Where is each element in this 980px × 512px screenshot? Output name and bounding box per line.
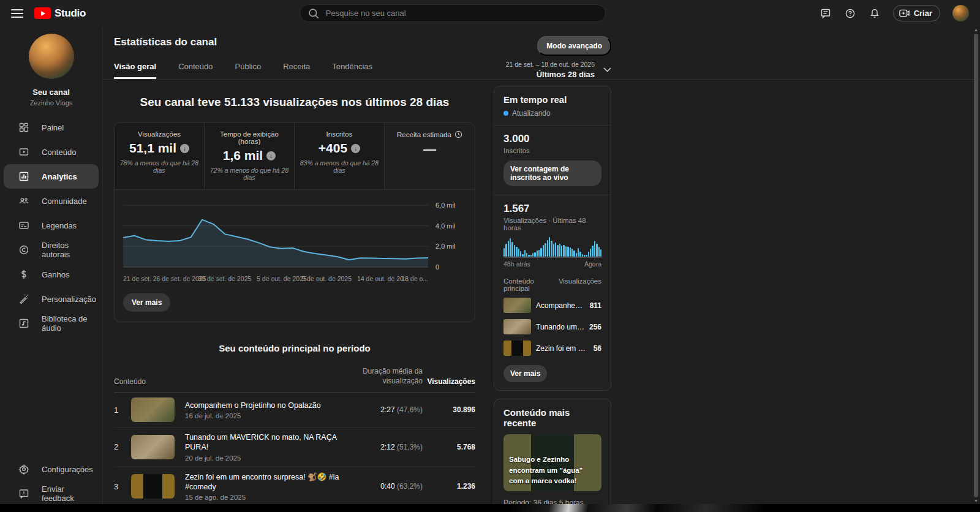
col-visualizacoes: Visualizações	[423, 377, 475, 386]
subtitles-icon	[18, 220, 29, 231]
tab-conteudo[interactable]: Conteúdo	[178, 62, 213, 79]
community-icon	[18, 195, 29, 206]
realtime-video-row[interactable]: Tunando um MAVERICK no... 256	[503, 316, 601, 337]
latest-title: Conteúdo mais recente	[503, 407, 601, 428]
create-button[interactable]: Criar	[893, 5, 940, 21]
sidebar-item-legendas[interactable]: Legendas	[4, 213, 99, 238]
date-range-selector[interactable]: 21 de set. – 18 de out. de 2025 Últimos …	[506, 61, 611, 79]
logo-text: Studio	[55, 7, 86, 20]
menu-icon[interactable]	[11, 9, 23, 18]
page-title: Estatísticas do canal	[114, 36, 611, 48]
scrollbar-thumb[interactable]	[974, 34, 978, 497]
realtime-video-row[interactable]: Acompanhem o Projetinho... 811	[503, 295, 601, 316]
chart-x-axis: 21 de set. ...26 de set. de 202530 de se…	[123, 275, 428, 285]
chevron-down-icon	[603, 67, 611, 72]
live-dot-icon	[503, 111, 508, 116]
realtime-card: Em tempo real Atualizando 3.000 Inscrito…	[494, 86, 611, 391]
advanced-mode-button[interactable]: Modo avançado	[537, 36, 611, 56]
date-preset-text: Últimos 28 dias	[506, 70, 595, 79]
chart-y-axis: 02,0 mil4,0 mil6,0 mil	[428, 198, 466, 271]
latest-video-title: Sabugo e Zezinho encontram um "água" com…	[503, 450, 601, 491]
customization-icon	[18, 293, 29, 304]
channel-name: Seu canal	[32, 88, 70, 97]
search-bar[interactable]	[300, 4, 606, 22]
realtime-title: Em tempo real	[503, 94, 601, 105]
tab-visao-geral[interactable]: Visão geral	[114, 62, 156, 79]
tab-tendencias[interactable]: Tendências	[332, 62, 372, 79]
top-content-table: Conteúdo Duração média davisualização Vi…	[114, 367, 475, 512]
search-input[interactable]	[326, 9, 598, 18]
tab-receita[interactable]: Receita	[283, 62, 310, 79]
sidebar-item-ganhos[interactable]: Ganhos	[4, 262, 99, 287]
scroll-down-icon[interactable]: ▼	[973, 499, 979, 503]
sidebar-item-direitos-autorais[interactable]: Direitos autorais	[4, 238, 99, 262]
earn-icon	[18, 269, 29, 280]
top-content-title: Seu conteúdo principal no período	[114, 343, 475, 353]
pending-clock-icon	[454, 130, 462, 138]
realtime-see-more-button[interactable]: Ver mais	[503, 365, 547, 382]
realtime-bar-chart	[503, 237, 601, 258]
trend-down-icon: ↓	[180, 144, 189, 153]
sidebar-item-configuracoes[interactable]: Configurações	[4, 457, 99, 481]
col-duracao: Duração média davisualização	[349, 367, 423, 386]
video-thumbnail	[131, 397, 175, 422]
metric-inscritos[interactable]: Inscritos +405↓ 83% a menos do que há 28…	[295, 123, 385, 189]
analytics-icon	[18, 171, 29, 182]
channel-handle: Zezinho Vlogs	[30, 99, 73, 107]
create-icon	[899, 9, 910, 18]
metric-visualizacoes[interactable]: Visualizações 51,1 mil↓ 78% a menos do q…	[115, 123, 205, 189]
see-more-button[interactable]: Ver mais	[123, 293, 170, 312]
video-thumbnail	[503, 319, 531, 334]
sidebar-item-painel[interactable]: Painel	[4, 115, 99, 140]
views-48h-count: 1.567	[503, 203, 601, 215]
main-content: Estatísticas do canal Modo avançado 21 d…	[102, 26, 980, 512]
channel-avatar[interactable]	[29, 34, 74, 79]
sidebar-item-comunidade[interactable]: Comunidade	[4, 189, 99, 213]
settings-icon	[18, 464, 29, 475]
views-headline: Seu canal teve 51.133 visualizações nos …	[114, 96, 475, 109]
realtime-video-row[interactable]: Zezin foi em um encontro s... 56	[503, 337, 601, 359]
studio-logo[interactable]: Studio	[34, 7, 86, 20]
help-icon[interactable]	[844, 7, 856, 20]
video-thumbnail	[503, 298, 531, 313]
sidebar-item-biblioteca-de-audio[interactable]: Biblioteca de áudio	[4, 311, 99, 336]
account-avatar[interactable]	[952, 5, 969, 21]
video-thumbnail	[131, 435, 175, 459]
audio-library-icon	[18, 318, 29, 329]
feedback-icon[interactable]	[820, 7, 832, 20]
metric-strip: Visualizações 51,1 mil↓ 78% a menos do q…	[115, 123, 475, 190]
copyright-icon	[18, 244, 29, 255]
table-row[interactable]: 1 Acompanhem o Projetinho no Opalazão16 …	[114, 393, 475, 427]
tab-publico[interactable]: Público	[235, 62, 262, 79]
col-conteudo: Conteúdo	[114, 377, 349, 386]
desktop-wallpaper-strip	[0, 504, 980, 512]
line-chart-canvas	[123, 198, 428, 271]
content-icon	[18, 146, 29, 157]
subscriber-count: 3.000	[503, 133, 601, 145]
search-icon	[307, 7, 320, 20]
dashboard-icon	[18, 122, 29, 133]
topbar: Studio Criar	[0, 0, 980, 26]
sidebar-item-analytics[interactable]: Analytics	[4, 164, 99, 189]
notifications-icon[interactable]	[869, 7, 881, 20]
sidebar: Seu canal Zezinho Vlogs Painel Conteúdo …	[0, 26, 102, 512]
metric-receita-estimada: Receita estimada —	[385, 123, 475, 189]
sidebar-item-personalizacao[interactable]: Personalização	[4, 287, 99, 311]
video-thumbnail	[131, 474, 175, 499]
live-subscriber-count-button[interactable]: Ver contagem de inscritos ao vivo	[503, 160, 601, 186]
overview-card: Visualizações 51,1 mil↓ 78% a menos do q…	[114, 122, 475, 322]
latest-video-thumbnail[interactable]: Sabugo e Zezinho encontram um "água" com…	[503, 434, 601, 491]
video-thumbnail	[503, 341, 531, 356]
sidebar-item-enviar-feedback[interactable]: Enviar feedback	[4, 481, 99, 506]
views-line-chart: 02,0 mil4,0 mil6,0 mil 21 de set. ...26 …	[115, 190, 475, 285]
table-row[interactable]: 2 Tunando um MAVERICK no mato, NA RAÇA P…	[114, 427, 475, 467]
table-row[interactable]: 3 Zezin foi em um encontro surpresa! 🐒🤣 …	[114, 467, 475, 507]
scroll-up-icon[interactable]: ▲	[973, 28, 979, 32]
sidebar-item-conteudo[interactable]: Conteúdo	[4, 140, 99, 164]
metric-tempo-exibicao[interactable]: Tempo de exibição (horas) 1,6 mil↓ 72% a…	[205, 123, 295, 189]
send-feedback-icon	[18, 488, 29, 499]
youtube-studio-window: Studio Criar	[0, 0, 980, 512]
updating-label: Atualizando	[512, 109, 551, 118]
youtube-play-icon	[34, 7, 51, 19]
scrollbar[interactable]: ▲ ▼	[973, 28, 979, 503]
